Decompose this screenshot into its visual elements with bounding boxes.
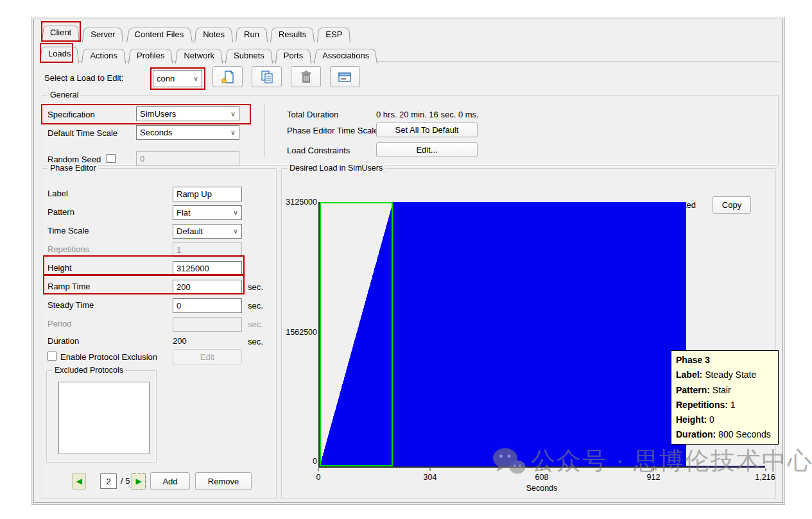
left-arrow-icon: ◀: [76, 477, 82, 486]
total-duration-label: Total Duration: [287, 108, 338, 122]
period-field: [173, 317, 242, 332]
phase-label-input[interactable]: Ramp Up: [173, 187, 242, 201]
ramp-time-label: Ramp Time: [48, 280, 90, 294]
chevron-down-icon: ∨: [191, 73, 198, 84]
tab-label: Notes: [203, 30, 225, 39]
load-select-value: conn: [157, 73, 175, 84]
height-input[interactable]: 3125000: [173, 261, 242, 276]
specification-select[interactable]: SimUsers ∨: [136, 106, 239, 121]
tab-notes[interactable]: Notes: [194, 26, 233, 42]
tab-label: Content Files: [135, 30, 184, 39]
tab-profiles[interactable]: Profiles: [128, 47, 173, 64]
right-arrow-icon: ▶: [135, 477, 141, 486]
x-tick-1: 304: [424, 473, 437, 482]
y-tick-max: 3125000: [283, 198, 317, 207]
time-scale-select[interactable]: Default ∨: [173, 224, 242, 239]
general-divider: [264, 103, 265, 157]
tab-label: Ports: [284, 51, 303, 60]
tooltip-value: Steady State: [705, 370, 756, 380]
tab-associations[interactable]: Associations: [314, 47, 377, 64]
tab-label: Profiles: [137, 51, 164, 60]
time-scale-value: Default: [177, 226, 203, 237]
phase-label-label: Label: [48, 187, 68, 201]
copy-load-button[interactable]: [252, 66, 282, 87]
tab-network[interactable]: Network: [175, 47, 223, 64]
phase-tooltip: Phase 3 Label: Steady State Pattern: Sta…: [671, 350, 779, 445]
tab-server[interactable]: Server: [82, 26, 123, 42]
load-constraints-edit-button[interactable]: Edit...: [376, 142, 478, 157]
rename-load-button[interactable]: [330, 66, 360, 87]
x-tick-4: 1,216: [755, 473, 775, 482]
tab-label: Actions: [90, 51, 117, 60]
y-tick-mid: 1562500: [283, 328, 317, 337]
tab-ports[interactable]: Ports: [275, 47, 311, 64]
tab-content-files[interactable]: Content Files: [126, 26, 193, 42]
tab-label: Results: [279, 30, 306, 39]
tab-subnets[interactable]: Subnets: [225, 47, 273, 64]
tab-actions[interactable]: Actions: [82, 47, 126, 64]
new-load-button[interactable]: [212, 66, 243, 87]
tab-label: Associations: [322, 51, 369, 60]
tab-label: Run: [244, 30, 259, 39]
repetitions-label: Repetitions: [48, 242, 89, 257]
excluded-protocols-groupbox: Excluded Protocols: [46, 370, 157, 463]
copy-icon: [260, 70, 274, 84]
specification-label: Specification: [48, 108, 95, 122]
next-phase-button[interactable]: ▶: [132, 473, 146, 489]
pattern-label: Pattern: [48, 205, 74, 219]
main-tab-bar: Client Server Content Files Notes Run Re…: [42, 21, 353, 42]
x-tick-0: 0: [316, 473, 321, 482]
tooltip-label: Height:: [676, 414, 707, 425]
tab-results[interactable]: Results: [270, 26, 315, 42]
tooltip-label: Pattern:: [676, 385, 710, 395]
previous-phase-button[interactable]: ◀: [72, 473, 86, 489]
tab-esp[interactable]: ESP: [317, 26, 350, 42]
load-select[interactable]: conn ∨: [153, 70, 202, 87]
repetitions-field: 1: [173, 242, 242, 257]
loads-config-panel: Client Server Content Files Notes Run Re…: [33, 19, 783, 503]
duration-label: Duration: [48, 334, 79, 348]
default-time-scale-select[interactable]: Seconds ∨: [136, 125, 239, 140]
period-label: Period: [48, 317, 72, 331]
phase-total-label: / 5: [121, 474, 130, 488]
time-scale-label: Time Scale: [48, 224, 89, 238]
steady-time-input[interactable]: 0: [173, 298, 242, 313]
tab-label: Loads: [48, 49, 71, 58]
tooltip-label: Label:: [676, 370, 702, 380]
random-seed-checkbox[interactable]: [107, 154, 116, 163]
tab-client[interactable]: Client: [42, 24, 80, 42]
tab-label: Client: [50, 28, 71, 37]
chevron-down-icon: ∨: [228, 108, 236, 119]
delete-load-button[interactable]: [291, 66, 321, 87]
general-legend: General: [48, 90, 81, 100]
total-duration-value: 0 hrs. 20 min. 16 sec. 0 ms.: [376, 108, 479, 122]
tooltip-value: 1: [730, 400, 736, 410]
duration-value: 200: [173, 334, 187, 348]
select-load-label: Select a Load to Edit:: [44, 71, 124, 85]
general-groupbox: General Specification SimUsers ∨ Default…: [42, 95, 779, 166]
remove-phase-button[interactable]: Remove: [195, 472, 252, 490]
phase-editor-legend: Phase Editor: [48, 164, 99, 173]
tab-run[interactable]: Run: [236, 26, 268, 42]
pattern-select[interactable]: Flat ∨: [173, 205, 242, 220]
trash-icon: [300, 70, 313, 84]
selected-phase-outline[interactable]: [320, 202, 393, 466]
excluded-protocols-list[interactable]: [58, 382, 150, 454]
enable-protocol-exclusion-checkbox[interactable]: [48, 352, 56, 361]
x-tick-3: 912: [647, 473, 661, 482]
set-all-to-default-button[interactable]: Set All To Default: [376, 123, 478, 137]
enable-protocol-exclusion-label: Enable Protocol Exclusion: [60, 350, 157, 364]
tooltip-value: Stair: [713, 385, 731, 395]
add-phase-button[interactable]: Add: [150, 472, 190, 490]
steady-time-label: Steady Time: [48, 298, 94, 312]
tooltip-label: Duration:: [676, 429, 716, 439]
desired-load-legend: Desired Load in SimUsers: [287, 164, 385, 173]
desired-load-groupbox: Desired Load in SimUsers 1 Phase Selecte…: [281, 168, 776, 499]
chevron-down-icon: ∨: [228, 127, 236, 138]
tab-loads[interactable]: Loads: [40, 45, 79, 64]
tab-label: Server: [91, 30, 115, 39]
tab-label: Network: [184, 51, 214, 60]
phase-editor-time-scales-label: Phase Editor Time Scales: [287, 124, 383, 138]
phase-number-input[interactable]: [100, 473, 117, 489]
ramp-time-input[interactable]: 200: [173, 280, 242, 294]
